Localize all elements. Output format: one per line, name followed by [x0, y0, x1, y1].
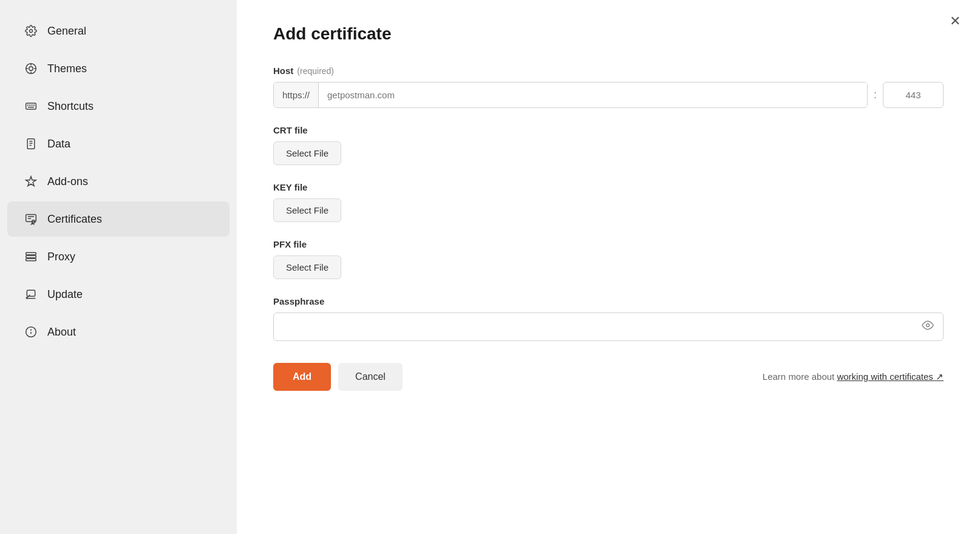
- crt-section: CRT file Select File: [273, 125, 944, 165]
- pfx-label: PFX file: [273, 239, 944, 249]
- key-label: KEY file: [273, 182, 944, 192]
- certificate-icon: [24, 212, 38, 226]
- sidebar-item-shortcuts[interactable]: Shortcuts: [7, 89, 230, 124]
- svg-rect-25: [26, 252, 36, 254]
- host-required-text: (required): [297, 66, 334, 76]
- sparkle-icon: [24, 175, 38, 188]
- passphrase-section: Passphrase: [273, 296, 944, 341]
- data-icon: [24, 137, 38, 150]
- port-input[interactable]: [883, 82, 944, 108]
- svg-point-15: [32, 105, 32, 106]
- svg-rect-27: [26, 259, 36, 260]
- svg-rect-28: [27, 290, 35, 296]
- host-row: https:// :: [273, 82, 944, 108]
- about-icon: [24, 325, 38, 339]
- sidebar-item-label-certificates: Certificates: [47, 213, 102, 226]
- sidebar-item-themes[interactable]: Themes: [7, 51, 230, 86]
- key-select-file-button[interactable]: Select File: [273, 198, 341, 222]
- host-separator: :: [874, 89, 877, 101]
- learn-more-link[interactable]: working with certificates ↗: [837, 371, 944, 382]
- svg-point-34: [927, 324, 930, 327]
- sidebar-item-label-proxy: Proxy: [47, 251, 75, 263]
- sidebar-item-label-about: About: [47, 326, 76, 339]
- page-title: Add certificate: [273, 24, 944, 44]
- svg-rect-26: [26, 255, 36, 257]
- passphrase-input[interactable]: [273, 313, 944, 341]
- svg-point-2: [29, 67, 33, 71]
- host-section: Host (required) https:// :: [273, 66, 944, 108]
- sidebar-item-label-shortcuts: Shortcuts: [47, 100, 94, 113]
- passphrase-label: Passphrase: [273, 296, 944, 306]
- svg-point-0: [30, 30, 33, 33]
- close-button[interactable]: ✕: [947, 12, 963, 30]
- pfx-section: PFX file Select File: [273, 239, 944, 279]
- themes-icon: [24, 62, 38, 75]
- sidebar-item-about[interactable]: About: [7, 314, 230, 350]
- svg-rect-7: [26, 103, 36, 109]
- main-content: ✕ Add certificate Host (required) https:…: [237, 0, 980, 534]
- svg-rect-17: [27, 139, 35, 149]
- svg-point-33: [31, 330, 32, 330]
- keyboard-icon: [24, 100, 38, 113]
- host-scheme: https://: [274, 83, 319, 107]
- update-icon: [24, 288, 38, 301]
- host-input[interactable]: [319, 83, 867, 107]
- cancel-button[interactable]: Cancel: [338, 363, 403, 391]
- svg-point-16: [34, 105, 35, 106]
- proxy-icon: [24, 250, 38, 263]
- sidebar-item-certificates[interactable]: Certificates: [7, 201, 230, 237]
- host-label: Host (required): [273, 66, 944, 76]
- add-button[interactable]: Add: [273, 363, 331, 391]
- crt-select-file-button[interactable]: Select File: [273, 141, 341, 165]
- sidebar-item-proxy[interactable]: Proxy: [7, 239, 230, 274]
- sidebar-item-label-data: Data: [47, 138, 70, 150]
- svg-point-14: [30, 105, 30, 106]
- sidebar-item-data[interactable]: Data: [7, 126, 230, 161]
- sidebar-item-label-addons: Add-ons: [47, 175, 88, 188]
- sidebar-item-label-update: Update: [47, 288, 83, 301]
- pfx-select-file-button[interactable]: Select File: [273, 255, 341, 279]
- crt-label: CRT file: [273, 125, 944, 135]
- learn-more: Learn more about working with certificat…: [763, 371, 944, 382]
- gear-icon: [24, 24, 38, 38]
- eye-icon[interactable]: [922, 319, 934, 334]
- passphrase-wrapper: [273, 313, 944, 341]
- sidebar-item-addons[interactable]: Add-ons: [7, 164, 230, 199]
- sidebar: General Themes: [0, 0, 237, 534]
- form-actions: Add Cancel Learn more about working with…: [273, 363, 944, 391]
- key-section: KEY file Select File: [273, 182, 944, 222]
- host-input-wrapper: https://: [273, 82, 868, 108]
- sidebar-item-update[interactable]: Update: [7, 277, 230, 312]
- sidebar-item-general[interactable]: General: [7, 13, 230, 49]
- sidebar-item-label-themes: Themes: [47, 63, 87, 75]
- sidebar-item-label-general: General: [47, 25, 86, 38]
- svg-point-13: [28, 105, 29, 106]
